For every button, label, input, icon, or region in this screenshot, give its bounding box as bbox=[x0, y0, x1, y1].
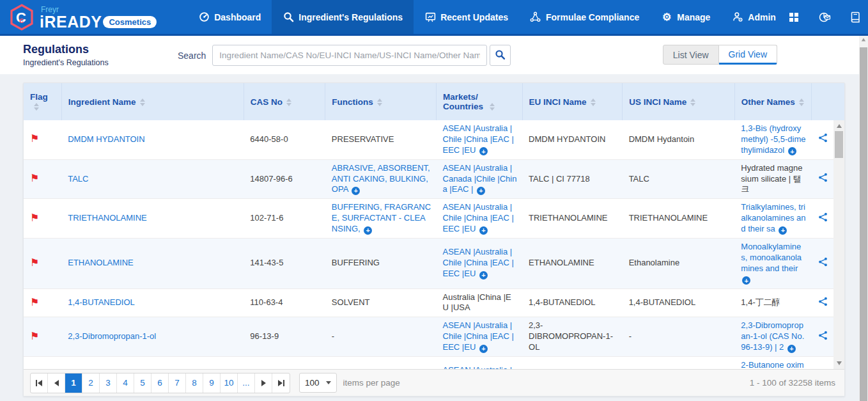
col-header-other-names[interactable]: Other Names bbox=[734, 83, 811, 120]
ingredient-link[interactable]: DMDM HYDANTOIN bbox=[68, 134, 144, 144]
other-names-link[interactable]: Monoalkylamines, monoalkanolamines and t… bbox=[741, 242, 802, 273]
nav-formulae-compliance[interactable]: Formulae Compliance bbox=[519, 0, 650, 34]
ingredient-link[interactable]: 2,3-Dibromopropan-1-ol bbox=[68, 331, 156, 341]
flag-icon[interactable]: ⚑ bbox=[30, 331, 39, 342]
page-button-9[interactable]: 9 bbox=[203, 373, 221, 393]
flag-icon[interactable]: ⚑ bbox=[30, 297, 39, 308]
scrollbar-thumb[interactable] bbox=[835, 131, 843, 158]
next-page-button[interactable] bbox=[255, 373, 272, 393]
scrollbar-thumb[interactable] bbox=[860, 47, 867, 401]
expand-more-icon[interactable]: + bbox=[787, 345, 796, 353]
last-page-button[interactable] bbox=[272, 373, 290, 393]
table-row: ⚑ 2,3-Dibromopropan-1-ol 96-13-9 - ASEAN… bbox=[24, 317, 833, 357]
col-header-markets-countries[interactable]: Markets/ Countries bbox=[437, 83, 523, 120]
list-view-button[interactable]: List View bbox=[663, 45, 719, 65]
globe-mail-icon[interactable] bbox=[818, 10, 832, 24]
col-header-functions[interactable]: Functions bbox=[325, 83, 437, 120]
expand-more-icon[interactable]: + bbox=[477, 187, 485, 195]
share-icon[interactable] bbox=[818, 257, 828, 267]
table-row: ⚑ 2-Butanone oxime 96-29-7 - ASEAN |Aust… bbox=[24, 357, 833, 369]
ingredient-link[interactable]: ETHANOLAMINE bbox=[68, 258, 134, 267]
nav-manage[interactable]: ⚙ Manage bbox=[650, 0, 721, 34]
us-inci-cell: TALC bbox=[623, 159, 735, 199]
page-button-8[interactable]: 8 bbox=[186, 373, 203, 393]
expand-more-icon[interactable]: + bbox=[779, 226, 787, 235]
grid-view-button[interactable]: Grid View bbox=[719, 45, 777, 65]
expand-more-icon[interactable]: + bbox=[479, 271, 488, 279]
search-button[interactable] bbox=[490, 45, 511, 66]
share-icon[interactable] bbox=[818, 173, 828, 182]
markets-link[interactable]: ASEAN |Australia |Chile |China |EAC |EEC… bbox=[443, 365, 514, 369]
flag-icon[interactable]: ⚑ bbox=[30, 133, 39, 144]
other-names-link[interactable]: 2-Butanone oxime (CAS No. 96-29-7) | 2-丁… bbox=[741, 360, 803, 369]
prev-page-button[interactable] bbox=[48, 373, 65, 393]
cas-no-cell: 6440-58-0 bbox=[244, 120, 325, 159]
page-size-select[interactable]: 100 bbox=[299, 373, 337, 393]
search-label: Search bbox=[178, 51, 206, 61]
expand-more-icon[interactable]: + bbox=[479, 226, 488, 235]
other-names-link[interactable]: Trialkylamines, trialkanolamines and the… bbox=[741, 202, 805, 233]
apps-grid-icon[interactable] bbox=[787, 10, 801, 24]
markets-link[interactable]: ASEAN |Australia |Chile |China |EAC |EEC… bbox=[443, 320, 514, 352]
expand-more-icon[interactable]: + bbox=[364, 226, 372, 235]
eu-inci-cell: TRIETHANOLAMINE bbox=[522, 199, 623, 239]
more-pages-button[interactable]: ... bbox=[238, 373, 255, 393]
other-names-cell: Hydrated magnesium silicate | 탤크 bbox=[734, 159, 811, 199]
ingredient-link[interactable]: 1,4-BUTANEDIOL bbox=[68, 297, 135, 307]
expand-more-icon[interactable]: + bbox=[788, 147, 796, 155]
functions-link[interactable]: ABRASIVE, ABSORBENT, ANTI CAKING, BULKIN… bbox=[332, 163, 430, 194]
expand-more-icon[interactable]: + bbox=[742, 276, 750, 285]
functions-link[interactable]: BUFFERING, FRAGRANCE, SURFACTANT - CLEAN… bbox=[332, 202, 431, 233]
scroll-down-icon[interactable] bbox=[833, 359, 844, 368]
col-header-ingredient-name[interactable]: Ingredient Name bbox=[61, 83, 244, 120]
page-button-1[interactable]: 1 bbox=[65, 373, 82, 393]
ingredient-link[interactable]: TRIETHANOLAMINE bbox=[68, 213, 147, 223]
search-input[interactable] bbox=[212, 45, 487, 66]
page-scrollbar[interactable] bbox=[859, 36, 868, 401]
brand-logo[interactable]: C c Freyr iREADY Cosmetics bbox=[0, 0, 168, 34]
page-button-2[interactable]: 2 bbox=[82, 373, 100, 393]
expand-more-icon[interactable]: + bbox=[479, 147, 488, 155]
share-icon[interactable] bbox=[818, 212, 828, 222]
nav-admin[interactable]: Admin bbox=[721, 0, 787, 34]
expand-more-icon[interactable]: + bbox=[352, 187, 360, 195]
page-button-3[interactable]: 3 bbox=[100, 373, 117, 393]
search-icon bbox=[495, 49, 506, 62]
list-view-label: List View bbox=[673, 50, 709, 60]
col-header-us-inci-name[interactable]: US INCI Name bbox=[623, 83, 735, 120]
nav-ingredients-regulations-label: Ingredient's Regulations bbox=[298, 12, 403, 22]
col-header-actions bbox=[812, 83, 833, 120]
col-header-flag[interactable]: Flag bbox=[24, 83, 61, 120]
markets-link[interactable]: ASEAN |Australia |Chile |China |EAC |EEC… bbox=[443, 202, 514, 233]
table-scrollbar[interactable] bbox=[833, 120, 844, 369]
scroll-up-icon[interactable] bbox=[859, 38, 868, 42]
nav-recent-updates[interactable]: Recent Updates bbox=[414, 0, 519, 34]
first-page-button[interactable] bbox=[31, 373, 48, 393]
book-icon[interactable] bbox=[848, 10, 862, 24]
expand-more-icon[interactable]: + bbox=[479, 345, 488, 353]
flag-icon[interactable]: ⚑ bbox=[30, 212, 39, 223]
flag-icon[interactable]: ⚑ bbox=[30, 173, 39, 184]
page-button-5[interactable]: 5 bbox=[134, 373, 151, 393]
ingredient-link[interactable]: TALC bbox=[68, 174, 88, 184]
page-button-4[interactable]: 4 bbox=[117, 373, 134, 393]
markets-cell: Australia |China |EU |USA bbox=[437, 288, 523, 317]
flag-icon[interactable]: ⚑ bbox=[30, 257, 39, 268]
page-button-10[interactable]: 10 bbox=[221, 373, 238, 393]
us-inci-cell: TRIETHANOLAMINE bbox=[623, 199, 735, 239]
col-header-cas-no[interactable]: CAS No bbox=[244, 83, 325, 120]
share-icon[interactable] bbox=[818, 331, 828, 340]
scroll-up-icon[interactable] bbox=[833, 122, 844, 130]
page-button-7[interactable]: 7 bbox=[169, 373, 186, 393]
page-button-6[interactable]: 6 bbox=[151, 373, 169, 393]
markets-link[interactable]: ASEAN |Australia |Chile |China |EAC |EEC… bbox=[443, 123, 514, 155]
share-icon[interactable] bbox=[818, 133, 828, 143]
share-icon[interactable] bbox=[818, 297, 828, 306]
chevron-down-icon bbox=[326, 381, 331, 384]
nav-ingredients-regulations[interactable]: Ingredient's Regulations bbox=[272, 0, 414, 34]
col-header-eu-inci-name[interactable]: EU INCI Name bbox=[522, 83, 623, 120]
main-content: Flag Ingredient Name CAS No Functions Ma… bbox=[0, 74, 868, 397]
sort-icon bbox=[799, 98, 804, 106]
markets-link[interactable]: ASEAN |Australia |Chile |China |EAC |EEC… bbox=[443, 247, 514, 278]
nav-dashboard[interactable]: Dashboard bbox=[187, 0, 272, 34]
